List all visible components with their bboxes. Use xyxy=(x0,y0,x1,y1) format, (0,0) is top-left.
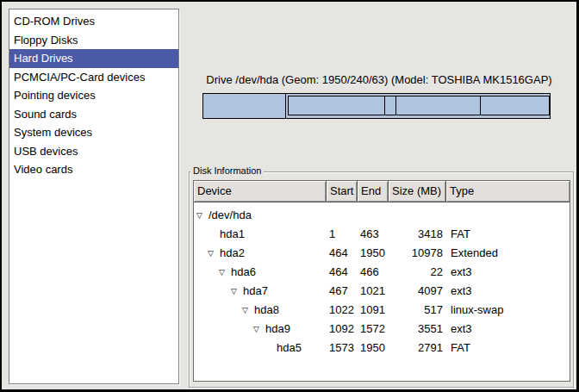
hardware-browser-window: CD-ROM Drives Floppy Disks Hard Drives P… xyxy=(0,0,579,392)
type-cell: FAT xyxy=(446,225,570,244)
start-cell: 1 xyxy=(327,225,358,244)
start-cell: 1573 xyxy=(327,339,358,358)
device-label: hda6 xyxy=(231,263,256,282)
partition-bar xyxy=(202,93,551,119)
type-cell: FAT xyxy=(446,339,570,358)
size-cell: 22 xyxy=(389,263,446,282)
partition-table: Device Start End Size (MB) Type ▽ /dev/h… xyxy=(193,180,570,382)
size-cell: 10978 xyxy=(389,244,446,263)
start-cell: 1022 xyxy=(327,301,358,320)
partition-segment-hda5 xyxy=(480,96,550,115)
column-header-start[interactable]: Start xyxy=(327,181,358,202)
extended-partition-hda2 xyxy=(288,96,550,115)
drive-geometry-title: Drive /dev/hda (Geom: 1950/240/63) (Mode… xyxy=(185,73,573,86)
end-cell: 1950 xyxy=(358,339,389,358)
column-header-size[interactable]: Size (MB) xyxy=(389,181,446,202)
device-label: hda8 xyxy=(254,301,279,320)
device-label: hda2 xyxy=(220,244,245,263)
start-cell: 464 xyxy=(327,263,358,282)
partition-segment-hda1 xyxy=(203,94,286,118)
expander-icon[interactable]: ▽ xyxy=(252,320,265,339)
table-row[interactable]: ▽ /dev/hda xyxy=(194,206,570,225)
end-cell: 1950 xyxy=(358,244,389,263)
table-row[interactable]: ▽ hda9 1092 1572 3551 ext3 xyxy=(194,320,570,339)
partition-segment-hda9 xyxy=(395,96,481,115)
sidebar-item-hard-drives[interactable]: Hard Drives xyxy=(9,49,178,68)
end-cell: 466 xyxy=(358,263,389,282)
table-row[interactable]: hda1 1 463 3418 FAT xyxy=(194,225,570,244)
start-cell: 1092 xyxy=(327,320,358,339)
sidebar-item-cdrom-drives[interactable]: CD-ROM Drives xyxy=(9,12,178,31)
expander-icon[interactable]: ▽ xyxy=(241,301,254,320)
type-cell xyxy=(446,206,570,225)
column-header-type[interactable]: Type xyxy=(446,181,570,202)
type-cell: linux-swap xyxy=(446,301,570,320)
expander-icon[interactable]: ▽ xyxy=(196,206,209,225)
size-cell: 4097 xyxy=(389,282,446,301)
table-row[interactable]: ▽ hda8 1022 1091 517 linux-swap xyxy=(194,301,570,320)
sidebar-item-video-cards[interactable]: Video cards xyxy=(9,160,178,179)
table-row[interactable]: ▽ hda6 464 466 22 ext3 xyxy=(194,263,570,282)
table-row[interactable]: ▽ hda7 467 1021 4097 ext3 xyxy=(194,282,570,301)
partition-table-body: ▽ /dev/hda hda1 1 463 3418 FAT xyxy=(194,202,570,358)
device-label: hda9 xyxy=(265,320,290,339)
device-label: hda7 xyxy=(243,282,268,301)
size-cell xyxy=(389,206,446,225)
disk-information-frame-label: Disk Information xyxy=(190,165,264,176)
start-cell: 464 xyxy=(327,244,358,263)
type-cell: ext3 xyxy=(446,263,570,282)
size-cell: 2791 xyxy=(389,339,446,358)
device-label: hda5 xyxy=(277,339,302,358)
device-category-list: CD-ROM Drives Floppy Disks Hard Drives P… xyxy=(9,9,179,384)
expander-icon[interactable]: ▽ xyxy=(230,282,243,301)
partition-segment-hda8 xyxy=(384,96,396,115)
device-label: /dev/hda xyxy=(209,206,252,225)
size-cell: 517 xyxy=(389,301,446,320)
partition-segment-hda7 xyxy=(288,96,385,115)
sidebar-item-sound-cards[interactable]: Sound cards xyxy=(9,105,178,124)
sidebar-item-pcmcia-devices[interactable]: PCMCIA/PC-Card devices xyxy=(9,68,178,87)
size-cell: 3418 xyxy=(389,225,446,244)
sidebar-item-usb-devices[interactable]: USB devices xyxy=(9,142,178,161)
size-cell: 3551 xyxy=(389,320,446,339)
end-cell: 1091 xyxy=(358,301,389,320)
sidebar-item-system-devices[interactable]: System devices xyxy=(9,123,178,142)
start-cell xyxy=(327,206,358,225)
expander-icon[interactable]: ▽ xyxy=(207,244,220,263)
column-header-end[interactable]: End xyxy=(358,181,389,202)
end-cell: 463 xyxy=(358,225,389,244)
device-label: hda1 xyxy=(220,225,245,244)
expander-icon[interactable]: ▽ xyxy=(218,263,231,282)
start-cell: 467 xyxy=(327,282,358,301)
partition-table-header: Device Start End Size (MB) Type xyxy=(194,181,570,202)
end-cell: 1572 xyxy=(358,320,389,339)
end-cell: 1021 xyxy=(358,282,389,301)
end-cell xyxy=(358,206,389,225)
table-row[interactable]: ▽ hda2 464 1950 10978 Extended xyxy=(194,244,570,263)
type-cell: ext3 xyxy=(446,320,570,339)
sidebar-item-floppy-disks[interactable]: Floppy Disks xyxy=(9,31,178,50)
table-row[interactable]: hda5 1573 1950 2791 FAT xyxy=(194,339,570,358)
type-cell: ext3 xyxy=(446,282,570,301)
sidebar-item-pointing-devices[interactable]: Pointing devices xyxy=(9,86,178,105)
column-header-device[interactable]: Device xyxy=(194,181,327,202)
type-cell: Extended xyxy=(446,244,570,263)
